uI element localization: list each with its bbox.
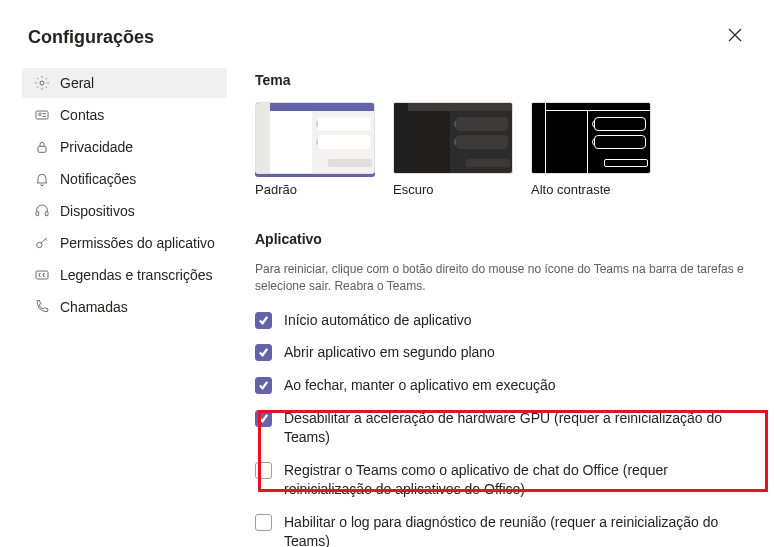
option-auto-start: Início automático de aplicativo	[255, 311, 755, 330]
sidebar-item-label: Legendas e transcrições	[60, 267, 213, 283]
svg-rect-3	[38, 146, 46, 152]
theme-preview-dark	[393, 102, 513, 174]
theme-section: Tema Padrão	[255, 72, 774, 197]
checkbox-label: Desabilitar a aceleração de hardware GPU…	[284, 409, 755, 447]
theme-label: Escuro	[393, 182, 513, 197]
checkbox-label: Registrar o Teams como o aplicativo de c…	[284, 461, 755, 499]
sidebar-item-label: Chamadas	[60, 299, 128, 315]
close-button[interactable]	[724, 24, 746, 50]
sidebar-item-privacy[interactable]: Privacidade	[22, 132, 227, 162]
option-disable-gpu: Desabilitar a aceleração de hardware GPU…	[255, 409, 755, 447]
theme-preview-high-contrast	[531, 102, 651, 174]
close-icon	[728, 28, 742, 42]
checkbox-label: Início automático de aplicativo	[284, 311, 472, 330]
checkbox-disable-gpu[interactable]	[255, 410, 272, 427]
gear-icon	[34, 75, 50, 91]
page-title: Configurações	[28, 27, 154, 48]
key-icon	[34, 235, 50, 251]
sidebar-item-label: Privacidade	[60, 139, 133, 155]
checkbox-keep-running[interactable]	[255, 377, 272, 394]
sidebar-item-label: Permissões do aplicativo	[60, 235, 215, 251]
theme-option-high-contrast[interactable]: Alto contraste	[531, 102, 651, 197]
checkbox-enable-meeting-log[interactable]	[255, 514, 272, 531]
svg-point-2	[39, 113, 42, 116]
theme-label: Padrão	[255, 182, 375, 197]
svg-point-0	[40, 81, 44, 85]
sidebar-item-notifications[interactable]: Notificações	[22, 164, 227, 194]
application-hint: Para reiniciar, clique com o botão direi…	[255, 261, 745, 295]
phone-icon	[34, 299, 50, 315]
sidebar-item-devices[interactable]: Dispositivos	[22, 196, 227, 226]
checkbox-auto-start[interactable]	[255, 312, 272, 329]
svg-rect-5	[45, 212, 48, 216]
check-icon	[258, 315, 269, 326]
sidebar-item-label: Contas	[60, 107, 104, 123]
headset-icon	[34, 203, 50, 219]
sidebar-item-captions[interactable]: Legendas e transcrições	[22, 260, 227, 290]
settings-sidebar: Geral Contas Privacidade Notificações Di…	[22, 68, 227, 547]
theme-preview-default	[255, 102, 375, 174]
sidebar-item-label: Geral	[60, 75, 94, 91]
checkbox-register-office-chat[interactable]	[255, 462, 272, 479]
theme-option-dark[interactable]: Escuro	[393, 102, 513, 197]
checkbox-label: Abrir aplicativo em segundo plano	[284, 343, 495, 362]
sidebar-item-label: Dispositivos	[60, 203, 135, 219]
sidebar-item-general[interactable]: Geral	[22, 68, 227, 98]
lock-icon	[34, 139, 50, 155]
svg-point-6	[37, 242, 42, 247]
captions-icon	[34, 267, 50, 283]
sidebar-item-calls[interactable]: Chamadas	[22, 292, 227, 322]
checkbox-label: Ao fechar, manter o aplicativo em execuç…	[284, 376, 556, 395]
check-icon	[258, 347, 269, 358]
option-enable-meeting-log: Habilitar o log para diagnóstico de reun…	[255, 513, 755, 547]
svg-rect-1	[36, 111, 48, 119]
option-register-office-chat: Registrar o Teams como o aplicativo de c…	[255, 461, 755, 499]
sidebar-item-accounts[interactable]: Contas	[22, 100, 227, 130]
sidebar-item-app-permissions[interactable]: Permissões do aplicativo	[22, 228, 227, 258]
theme-option-default[interactable]: Padrão	[255, 102, 375, 197]
check-icon	[258, 413, 269, 424]
settings-content: Tema Padrão	[227, 68, 774, 547]
checkbox-open-background[interactable]	[255, 344, 272, 361]
check-icon	[258, 380, 269, 391]
header: Configurações	[0, 0, 774, 68]
sidebar-item-label: Notificações	[60, 171, 136, 187]
application-heading: Aplicativo	[255, 231, 774, 247]
option-open-background: Abrir aplicativo em segundo plano	[255, 343, 755, 362]
svg-rect-4	[36, 212, 39, 216]
svg-rect-7	[36, 271, 48, 279]
id-card-icon	[34, 107, 50, 123]
bell-icon	[34, 171, 50, 187]
checkbox-label: Habilitar o log para diagnóstico de reun…	[284, 513, 755, 547]
option-keep-running: Ao fechar, manter o aplicativo em execuç…	[255, 376, 755, 395]
theme-heading: Tema	[255, 72, 774, 88]
theme-label: Alto contraste	[531, 182, 651, 197]
application-section: Aplicativo Para reiniciar, clique com o …	[255, 231, 774, 547]
